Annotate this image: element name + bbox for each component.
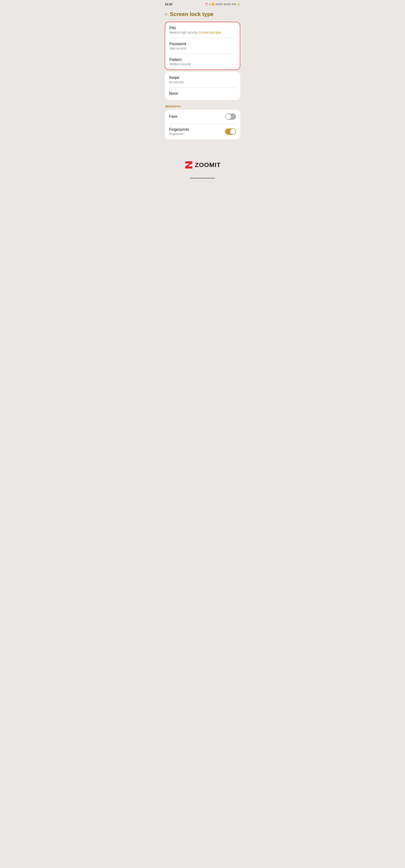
pin-subtitle: Medium-high security, Current lock type bbox=[169, 31, 236, 34]
signal-lte1-icon: VoLTE1 bbox=[215, 3, 223, 5]
current-lock-badge: Current lock type bbox=[199, 31, 221, 34]
bottom-nav-bar bbox=[190, 178, 215, 179]
none-option[interactable]: None bbox=[165, 88, 240, 100]
page-title: Screen lock type bbox=[170, 11, 214, 18]
pattern-subtitle: Medium security bbox=[169, 62, 236, 66]
face-option[interactable]: Face bbox=[165, 110, 240, 124]
other-options-card: Swipe No security None bbox=[165, 72, 240, 100]
pin-title: PIN bbox=[169, 26, 236, 30]
swipe-option[interactable]: Swipe No security bbox=[165, 72, 240, 88]
wifi-icon: 📶 bbox=[212, 3, 215, 6]
logo-area: ZOOMIT bbox=[161, 156, 244, 174]
fingerprints-title: Fingerprints bbox=[169, 127, 189, 132]
fingerprints-toggle-knob bbox=[230, 129, 236, 134]
battery-percent: 47% bbox=[232, 3, 237, 5]
biometrics-card: Face Fingerprints Registered bbox=[165, 110, 240, 140]
pin-option[interactable]: PIN Medium-high security, Current lock t… bbox=[165, 22, 240, 38]
face-title: Face bbox=[169, 114, 178, 119]
pattern-title: Pattern bbox=[169, 58, 236, 62]
status-time: 12:32 bbox=[165, 3, 172, 6]
fingerprints-option[interactable]: Fingerprints Registered bbox=[165, 124, 240, 140]
fingerprints-subtitle: Registered bbox=[169, 132, 189, 135]
password-option[interactable]: Password High security bbox=[165, 38, 240, 54]
battery-icon: 🔋 bbox=[237, 3, 240, 6]
header: < Screen lock type bbox=[161, 8, 244, 22]
back-button[interactable]: < bbox=[165, 11, 167, 17]
bluetooth-icon: ✳ bbox=[209, 3, 211, 6]
zoomit-brand-name: ZOOMIT bbox=[195, 161, 221, 168]
none-title: None bbox=[169, 91, 236, 96]
lock-options-card: PIN Medium-high security, Current lock t… bbox=[165, 22, 240, 70]
password-title: Password bbox=[169, 42, 236, 46]
status-bar: 12:32 ⏰ ✳ 📶 VoLTE1 VoLTE2 47% 🔋 bbox=[161, 0, 244, 8]
alarm-icon: ⏰ bbox=[205, 3, 208, 6]
face-toggle-knob bbox=[225, 114, 231, 119]
fingerprints-toggle[interactable] bbox=[225, 128, 236, 135]
face-toggle[interactable] bbox=[225, 114, 236, 120]
status-icons: ⏰ ✳ 📶 VoLTE1 VoLTE2 47% 🔋 bbox=[205, 3, 240, 6]
zoomit-z-icon bbox=[184, 160, 193, 169]
swipe-subtitle: No security bbox=[169, 80, 236, 84]
swipe-title: Swipe bbox=[169, 75, 236, 80]
svg-marker-0 bbox=[185, 161, 192, 168]
signal-lte2-icon: VoLTE2 bbox=[224, 3, 231, 5]
biometrics-label: Biometrics bbox=[161, 102, 244, 110]
pattern-option[interactable]: Pattern Medium security bbox=[165, 54, 240, 70]
password-subtitle: High security bbox=[169, 46, 236, 50]
